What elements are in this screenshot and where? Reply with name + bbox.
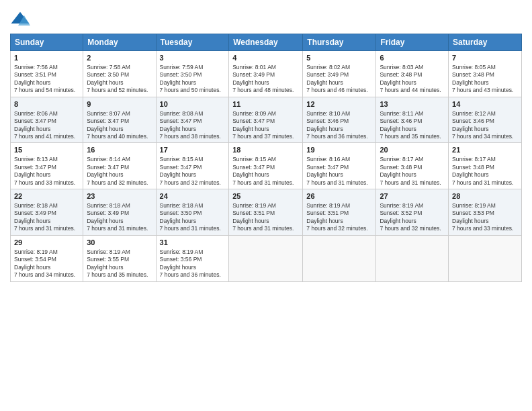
daylight-label: Daylight hours	[232, 79, 269, 86]
daylight-label: Daylight hours	[452, 79, 488, 86]
sunrise-label: Sunrise: 8:19 AM	[232, 202, 276, 209]
daylight-label: Daylight hours	[380, 79, 416, 86]
calendar-cell: 16 Sunrise: 8:14 AM Sunset: 3:47 PM Dayl…	[83, 143, 156, 189]
calendar-cell: 27 Sunrise: 8:19 AM Sunset: 3:52 PM Dayl…	[376, 189, 449, 236]
weekday-header-monday: Monday	[83, 34, 156, 51]
daylight-value: 7 hours and 38 minutes.	[160, 133, 221, 140]
sunset-label: Sunset: 3:49 PM	[14, 210, 56, 216]
daylight-label: Daylight hours	[380, 126, 416, 132]
daylight-label: Daylight hours	[306, 218, 343, 224]
calendar-cell: 25 Sunrise: 8:19 AM Sunset: 3:51 PM Dayl…	[229, 189, 303, 236]
calendar-cell: 1 Sunrise: 7:56 AM Sunset: 3:51 PM Dayli…	[11, 51, 83, 97]
daylight-value: 7 hours and 40 minutes.	[87, 133, 148, 140]
sunset-label: Sunset: 3:48 PM	[452, 164, 494, 171]
daylight-label: Daylight hours	[87, 171, 123, 178]
sunrise-label: Sunrise: 8:19 AM	[452, 202, 496, 209]
calendar-cell: 14 Sunrise: 8:12 AM Sunset: 3:46 PM Dayl…	[449, 97, 522, 143]
daylight-label: Daylight hours	[160, 264, 196, 271]
day-number: 12	[306, 99, 372, 109]
daylight-value: 7 hours and 31 minutes.	[232, 179, 294, 186]
day-number: 14	[452, 99, 518, 109]
calendar-cell: 28 Sunrise: 8:19 AM Sunset: 3:53 PM Dayl…	[449, 189, 522, 236]
calendar-cell: 7 Sunrise: 8:05 AM Sunset: 3:48 PM Dayli…	[449, 51, 522, 97]
day-number: 19	[306, 145, 372, 155]
sunrise-label: Sunrise: 8:17 AM	[452, 156, 496, 163]
day-number: 29	[14, 238, 79, 248]
calendar-cell: 4 Sunrise: 8:01 AM Sunset: 3:49 PM Dayli…	[229, 51, 303, 97]
day-number: 23	[87, 191, 152, 201]
sunrise-label: Sunrise: 7:56 AM	[14, 64, 58, 71]
sunrise-label: Sunrise: 8:01 AM	[232, 64, 276, 71]
calendar-cell: 17 Sunrise: 8:15 AM Sunset: 3:47 PM Dayl…	[156, 143, 229, 189]
daylight-label: Daylight hours	[306, 79, 343, 86]
day-number: 24	[160, 191, 226, 201]
day-number: 9	[87, 99, 152, 109]
day-number: 3	[160, 53, 226, 63]
sunrise-label: Sunrise: 8:07 AM	[87, 110, 130, 117]
calendar-week-4: 22 Sunrise: 8:18 AM Sunset: 3:49 PM Dayl…	[11, 189, 522, 236]
sunset-label: Sunset: 3:52 PM	[380, 210, 422, 216]
daylight-value: 7 hours and 34 minutes.	[14, 271, 75, 278]
calendar-cell: 24 Sunrise: 8:18 AM Sunset: 3:50 PM Dayl…	[156, 189, 229, 236]
sunset-label: Sunset: 3:50 PM	[160, 210, 202, 216]
logo-icon	[10, 9, 30, 30]
daylight-label: Daylight hours	[232, 218, 269, 224]
daylight-label: Daylight hours	[232, 171, 269, 178]
daylight-value: 7 hours and 35 minutes.	[87, 271, 148, 278]
sunset-label: Sunset: 3:46 PM	[306, 118, 349, 124]
day-number: 10	[160, 99, 226, 109]
sunrise-label: Sunrise: 8:18 AM	[87, 202, 130, 209]
daylight-label: Daylight hours	[232, 126, 269, 132]
daylight-label: Daylight hours	[160, 79, 196, 86]
daylight-value: 7 hours and 37 minutes.	[232, 133, 294, 140]
sunset-label: Sunset: 3:56 PM	[160, 256, 202, 263]
sunset-label: Sunset: 3:46 PM	[380, 118, 422, 124]
calendar-cell: 31 Sunrise: 8:19 AM Sunset: 3:56 PM Dayl…	[156, 235, 229, 281]
calendar-cell: 13 Sunrise: 8:11 AM Sunset: 3:46 PM Dayl…	[376, 97, 449, 143]
day-number: 13	[380, 99, 445, 109]
weekday-header-friday: Friday	[376, 34, 449, 51]
sunset-label: Sunset: 3:54 PM	[14, 256, 56, 263]
daylight-value: 7 hours and 44 minutes.	[380, 87, 441, 93]
calendar-cell: 20 Sunrise: 8:17 AM Sunset: 3:48 PM Dayl…	[376, 143, 449, 189]
daylight-value: 7 hours and 31 minutes.	[452, 179, 513, 186]
sunset-label: Sunset: 3:50 PM	[160, 71, 202, 78]
daylight-value: 7 hours and 31 minutes.	[160, 225, 221, 232]
daylight-value: 7 hours and 36 minutes.	[160, 271, 221, 278]
calendar-cell	[449, 235, 522, 281]
sunrise-label: Sunrise: 8:05 AM	[452, 64, 496, 71]
sunrise-label: Sunrise: 8:18 AM	[14, 202, 58, 209]
day-number: 30	[87, 238, 152, 248]
day-number: 27	[380, 191, 445, 201]
sunrise-label: Sunrise: 8:17 AM	[380, 156, 423, 163]
sunrise-label: Sunrise: 8:12 AM	[452, 110, 496, 117]
sunset-label: Sunset: 3:49 PM	[232, 71, 275, 78]
calendar-cell: 2 Sunrise: 7:58 AM Sunset: 3:50 PM Dayli…	[83, 51, 156, 97]
daylight-label: Daylight hours	[452, 171, 488, 178]
daylight-value: 7 hours and 32 minutes.	[306, 225, 367, 232]
sunrise-label: Sunrise: 7:59 AM	[160, 64, 204, 71]
sunset-label: Sunset: 3:47 PM	[306, 164, 349, 171]
daylight-value: 7 hours and 32 minutes.	[87, 179, 148, 186]
calendar-table: SundayMondayTuesdayWednesdayThursdayFrid…	[10, 34, 522, 282]
calendar-cell: 19 Sunrise: 8:16 AM Sunset: 3:47 PM Dayl…	[303, 143, 376, 189]
calendar-cell	[229, 235, 303, 281]
calendar-cell: 10 Sunrise: 8:08 AM Sunset: 3:47 PM Dayl…	[156, 97, 229, 143]
calendar-cell: 26 Sunrise: 8:19 AM Sunset: 3:51 PM Dayl…	[303, 189, 376, 236]
daylight-value: 7 hours and 31 minutes.	[380, 179, 441, 186]
sunrise-label: Sunrise: 8:08 AM	[160, 110, 204, 117]
day-number: 26	[306, 191, 372, 201]
weekday-header-sunday: Sunday	[11, 34, 83, 51]
daylight-label: Daylight hours	[87, 218, 123, 224]
calendar-cell: 12 Sunrise: 8:10 AM Sunset: 3:46 PM Dayl…	[303, 97, 376, 143]
day-number: 8	[14, 99, 79, 109]
daylight-value: 7 hours and 48 minutes.	[232, 87, 294, 93]
day-number: 31	[160, 238, 226, 248]
daylight-label: Daylight hours	[160, 126, 196, 132]
daylight-value: 7 hours and 33 minutes.	[14, 179, 75, 186]
sunset-label: Sunset: 3:47 PM	[160, 164, 202, 171]
daylight-value: 7 hours and 35 minutes.	[380, 133, 441, 140]
page: SundayMondayTuesdayWednesdayThursdayFrid…	[0, 0, 532, 411]
day-number: 5	[306, 53, 372, 63]
sunrise-label: Sunrise: 8:15 AM	[160, 156, 204, 163]
